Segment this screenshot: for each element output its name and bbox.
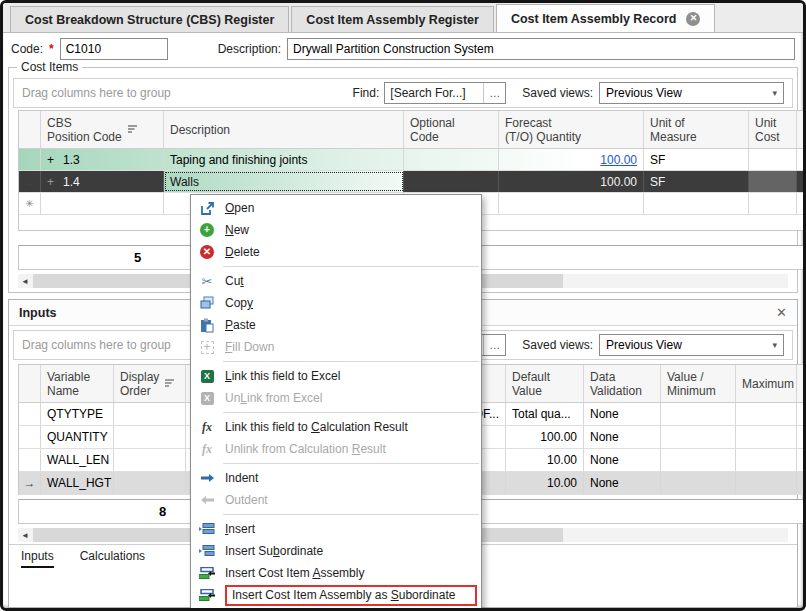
forecast-qty-cell[interactable]: 100.00: [499, 171, 644, 192]
code-input[interactable]: C1010: [60, 38, 168, 60]
new-row-icon[interactable]: ✳: [19, 193, 41, 214]
menu-item-insert-subordinate[interactable]: Insert Subordinate: [191, 540, 481, 562]
data-validation-cell[interactable]: None: [584, 403, 661, 425]
menu-item-indent[interactable]: Indent: [191, 467, 481, 489]
unit-cost-cell[interactable]: $0.00: [749, 171, 797, 192]
variable-name-cell[interactable]: QTYTYPE: [41, 403, 114, 425]
column-header-description[interactable]: Description: [164, 111, 404, 148]
menu-item-paste[interactable]: Paste: [191, 314, 481, 336]
tab-cost-item-assembly-record[interactable]: Cost Item Assembly Record✕: [496, 4, 716, 32]
current-row-icon[interactable]: →: [19, 472, 41, 494]
row-selector[interactable]: [19, 403, 41, 425]
saved-views-dropdown[interactable]: Previous View ▾: [599, 334, 784, 356]
menu-item-cut[interactable]: ✂Cut: [191, 270, 481, 292]
sort-icon: [165, 377, 176, 391]
column-header-label: CBS Position Code: [47, 116, 122, 144]
column-header-maximum[interactable]: Maximum: [736, 365, 797, 402]
tab-cost-item-assembly-register[interactable]: Cost Item Assembly Register: [291, 6, 494, 32]
description-text: Taping and finishing joints: [170, 153, 307, 167]
menu-item-copy[interactable]: Copy: [191, 292, 481, 314]
value-minimum-cell[interactable]: [661, 426, 736, 448]
tab-cost-breakdown-structure-cbs-register[interactable]: Cost Breakdown Structure (CBS) Register: [10, 6, 289, 32]
value-minimum-cell[interactable]: [661, 403, 736, 425]
menu-item-delete[interactable]: ✕Delete: [191, 241, 481, 263]
uom-cell[interactable]: SF: [644, 171, 749, 192]
display-order-cell[interactable]: [114, 449, 186, 471]
maximum-cell[interactable]: [736, 403, 797, 425]
cbs-position-cell[interactable]: [41, 193, 164, 214]
menu-item-insert[interactable]: Insert: [191, 518, 481, 540]
search-options-button[interactable]: …: [483, 335, 505, 355]
column-header-label: Unit of Measure: [650, 116, 697, 144]
menu-item-new[interactable]: +New: [191, 219, 481, 241]
search-options-button[interactable]: …: [483, 83, 505, 103]
table-row[interactable]: →+1.4Walls100.00SF$0.00: [19, 171, 806, 193]
column-header-variable[interactable]: Variable Name: [41, 365, 114, 402]
column-header-unit-cost[interactable]: Unit Cost: [749, 111, 797, 148]
column-header-data[interactable]: Data Validation: [584, 365, 661, 402]
forecast-qty-cell[interactable]: 100.00: [499, 149, 644, 170]
column-header-display[interactable]: Display Order: [114, 365, 186, 402]
search-input[interactable]: [Search For...] …: [384, 82, 506, 104]
close-icon[interactable]: ✕: [776, 305, 787, 320]
saved-views-dropdown[interactable]: Previous View ▾: [599, 82, 784, 104]
column-header-forecast[interactable]: Forecast (T/O) Quantity: [499, 111, 644, 148]
forecast-qty-cell[interactable]: [499, 193, 644, 214]
menu-item-label: Outdent: [225, 493, 477, 507]
sort-icon: [128, 123, 139, 137]
description-input[interactable]: Drywall Partition Construction System: [287, 38, 795, 60]
cbs-position-cell[interactable]: +1.4: [41, 171, 164, 192]
default-value-cell[interactable]: Total qua...: [506, 403, 584, 425]
column-header-cbs[interactable]: CBS Position Code: [41, 111, 164, 148]
menu-item-insert-cost-item-assembly[interactable]: Insert Cost Item Assembly: [191, 562, 481, 584]
menu-item-link-this-field-to-excel[interactable]: XLink this field to Excel: [191, 365, 481, 387]
menu-item-link-this-field-to-calculation-result[interactable]: fxLink this field to Calculation Result: [191, 416, 481, 438]
cbs-position-cell[interactable]: +1.3: [41, 149, 164, 170]
row-selector[interactable]: [19, 149, 41, 170]
maximum-cell[interactable]: [736, 449, 797, 471]
default-value-cell[interactable]: 10.00: [506, 449, 584, 471]
value-minimum-cell[interactable]: [661, 449, 736, 471]
unit-cost-cell[interactable]: $0.00: [749, 149, 797, 170]
menu-item-insert-cost-item-assembly-as-subordinate[interactable]: Insert Cost Item Assembly as Subordinate: [191, 584, 481, 606]
column-header-unit-of[interactable]: Unit of Measure: [644, 111, 749, 148]
column-header-default[interactable]: Default Value: [506, 365, 584, 402]
display-order-cell[interactable]: [114, 472, 186, 494]
data-validation-cell[interactable]: None: [584, 449, 661, 471]
data-validation-cell[interactable]: None: [584, 426, 661, 448]
column-header-value-[interactable]: Value / Minimum: [661, 365, 736, 402]
menu-item-label: Open: [225, 201, 477, 215]
tab-inputs[interactable]: Inputs: [21, 549, 54, 568]
variable-name-cell[interactable]: WALL_LEN: [41, 449, 114, 471]
optional-code-cell[interactable]: [404, 149, 499, 170]
default-value-cell[interactable]: 10.00: [506, 472, 584, 494]
variable-name-cell[interactable]: QUANTITY: [41, 426, 114, 448]
maximum-cell[interactable]: [736, 472, 797, 494]
unit-cost-cell[interactable]: [749, 193, 797, 214]
expand-icon[interactable]: +: [47, 153, 63, 167]
default-value-cell[interactable]: 100.00: [506, 426, 584, 448]
menu-item-open[interactable]: Open: [191, 197, 481, 219]
value-minimum-cell[interactable]: [661, 472, 736, 494]
description-cell[interactable]: Taping and finishing joints: [164, 149, 404, 170]
display-order-cell[interactable]: [114, 426, 186, 448]
optional-code-cell[interactable]: [404, 171, 499, 192]
row-selector[interactable]: [19, 426, 41, 448]
display-order-cell[interactable]: [114, 403, 186, 425]
forecast-qty-link[interactable]: 100.00: [600, 153, 637, 167]
close-icon[interactable]: ✕: [686, 12, 700, 26]
description-cell[interactable]: Walls: [164, 171, 404, 192]
tab-calculations[interactable]: Calculations: [80, 549, 145, 566]
uom-cell[interactable]: [644, 193, 749, 214]
data-validation-cell[interactable]: None: [584, 472, 661, 494]
column-header-optional[interactable]: Optional Code: [404, 111, 499, 148]
uom-cell[interactable]: SF: [644, 149, 749, 170]
row-selector[interactable]: [19, 449, 41, 471]
table-row[interactable]: +1.3Taping and finishing joints100.00SF$…: [19, 149, 806, 171]
scroll-left-icon[interactable]: ◄: [18, 528, 32, 542]
maximum-cell[interactable]: [736, 426, 797, 448]
current-row-icon[interactable]: →: [19, 171, 41, 192]
expand-icon[interactable]: +: [47, 175, 63, 189]
variable-name-cell[interactable]: WALL_HGT: [41, 472, 114, 494]
scroll-left-icon[interactable]: ◄: [18, 274, 32, 288]
